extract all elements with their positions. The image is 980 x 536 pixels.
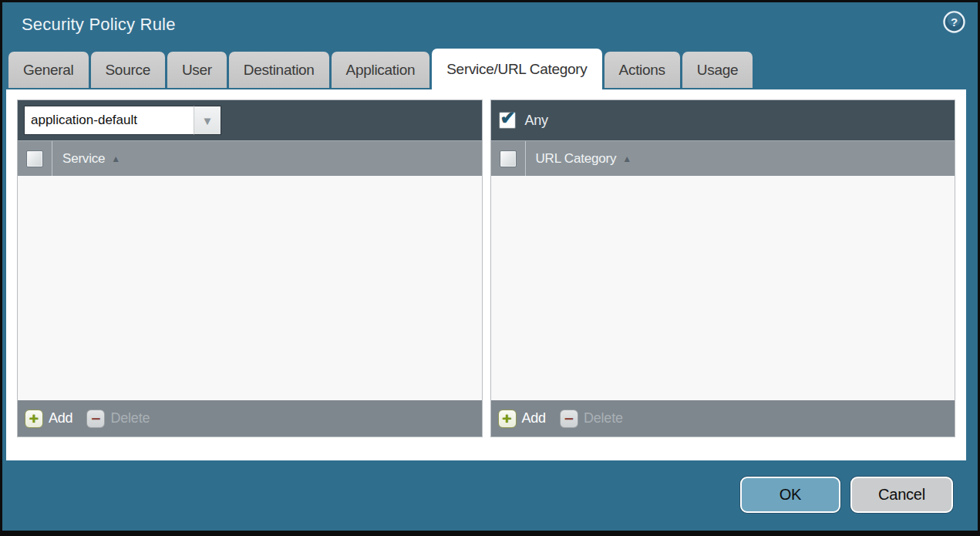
tab-actions[interactable]: Actions [605, 52, 680, 88]
help-icon[interactable]: ? [943, 11, 965, 33]
tab-destination[interactable]: Destination [229, 52, 329, 88]
tab-label: User [182, 62, 212, 79]
tab-service-url-category[interactable]: Service/URL Category [432, 49, 601, 89]
service-delete-button[interactable]: − Delete [86, 410, 150, 428]
minus-icon: − [560, 410, 578, 428]
url-category-list [491, 176, 955, 400]
security-policy-rule-dialog: Security Policy Rule ? General Source Us… [0, 0, 980, 536]
tab-bar: General Source User Destination Applicat… [2, 49, 978, 89]
url-category-delete-button[interactable]: − Delete [560, 410, 623, 428]
service-add-button[interactable]: + Add [25, 410, 72, 428]
url-category-select-all-checkbox[interactable] [500, 150, 517, 167]
service-panel-footer: + Add − Delete [18, 400, 482, 437]
service-column-header: Service ▲ [18, 140, 482, 176]
tab-label: Usage [697, 62, 738, 79]
dialog-actions: OK Cancel [740, 477, 953, 513]
tab-source[interactable]: Source [91, 52, 165, 88]
svg-text:?: ? [951, 15, 958, 29]
tab-general[interactable]: General [8, 52, 89, 88]
tab-content-service-url-category: ▼ Service ▲ + Add − Delete [6, 89, 966, 460]
url-category-any-label[interactable]: Any [525, 113, 548, 129]
tab-label: Source [106, 62, 150, 79]
add-button-label: Add [49, 410, 72, 426]
delete-button-label: Delete [584, 410, 623, 426]
minus-icon: − [86, 410, 105, 428]
titlebar: Security Policy Rule ? [2, 2, 978, 49]
service-select-all-checkbox[interactable] [26, 150, 43, 167]
tab-label: General [23, 62, 74, 79]
service-type-combo: ▼ [24, 106, 221, 135]
service-panel: ▼ Service ▲ + Add − Delete [17, 99, 483, 437]
sort-ascending-icon[interactable]: ▲ [111, 153, 120, 164]
url-category-column-header: URL Category ▲ [491, 140, 955, 176]
ok-button[interactable]: OK [740, 477, 840, 513]
url-category-panel: Any URL Category ▲ + Add − Delete [490, 99, 956, 437]
url-category-select-all-cell [491, 141, 526, 176]
sort-ascending-icon[interactable]: ▲ [622, 153, 631, 164]
service-panel-topbar: ▼ [18, 100, 482, 140]
url-category-panel-topbar: Any [491, 100, 955, 140]
plus-icon: + [498, 410, 517, 428]
tab-user[interactable]: User [167, 52, 227, 88]
tab-usage[interactable]: Usage [682, 52, 753, 88]
add-button-label: Add [522, 410, 546, 426]
cancel-button[interactable]: Cancel [850, 477, 953, 513]
dialog-title: Security Policy Rule [22, 15, 176, 35]
service-column-label[interactable]: Service [62, 151, 105, 167]
url-category-panel-footer: + Add − Delete [491, 400, 955, 437]
url-category-column-label[interactable]: URL Category [536, 151, 617, 167]
tab-label: Service/URL Category [446, 61, 587, 78]
url-category-any-checkbox[interactable] [499, 112, 516, 129]
tab-label: Destination [244, 62, 315, 79]
chevron-down-icon: ▼ [202, 115, 214, 126]
service-type-input[interactable] [24, 106, 194, 135]
delete-button-label: Delete [110, 410, 150, 426]
tab-application[interactable]: Application [332, 52, 430, 88]
service-list [18, 176, 482, 400]
plus-icon: + [25, 410, 43, 428]
url-category-add-button[interactable]: + Add [498, 410, 546, 428]
tab-label: Application [346, 62, 416, 79]
tab-label: Actions [619, 62, 665, 79]
service-select-all-cell [18, 141, 52, 176]
service-type-dropdown-button[interactable]: ▼ [194, 106, 221, 135]
